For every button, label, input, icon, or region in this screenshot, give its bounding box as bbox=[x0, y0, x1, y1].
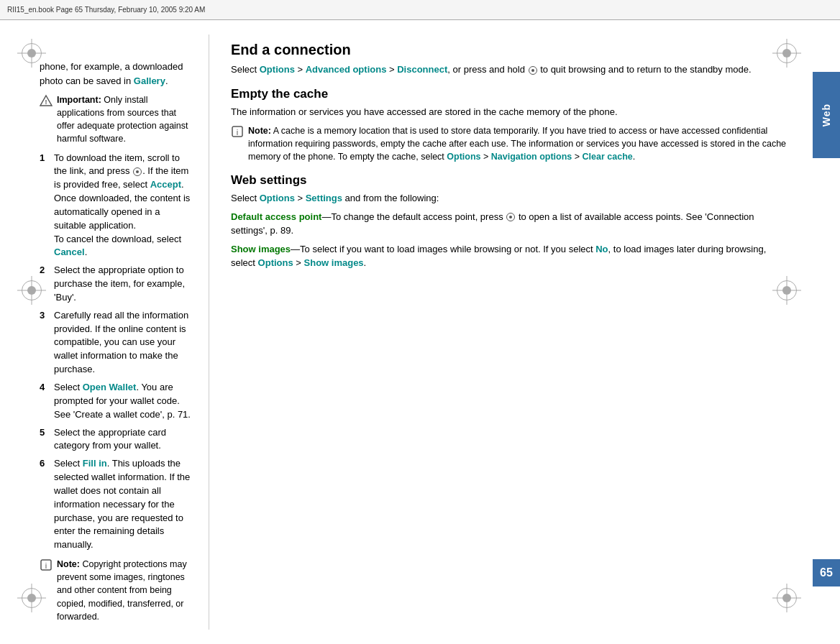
step-num-1: 1 bbox=[40, 152, 50, 260]
step-num-6: 6 bbox=[40, 457, 50, 552]
note-block-copyright: i Note: Copyright protections may preven… bbox=[40, 558, 194, 623]
step-num-5: 5 bbox=[40, 426, 50, 454]
step-1: 1 To download the item, scroll to the li… bbox=[40, 152, 194, 260]
advanced-options-link: Advanced options bbox=[306, 64, 387, 75]
note-text-cache: Note: A cache is a memory location that … bbox=[248, 124, 791, 163]
important-block: ! Important: Only install applications f… bbox=[40, 93, 194, 146]
step-num-2: 2 bbox=[40, 264, 50, 305]
tab-label: Web bbox=[821, 104, 832, 126]
step-num-4: 4 bbox=[40, 381, 50, 422]
left-column: phone, for example, a downloaded photo c… bbox=[0, 20, 209, 644]
step-6-content: Select Fill in. This uploads the selecte… bbox=[54, 457, 194, 552]
empty-cache-text: The information or services you have acc… bbox=[231, 105, 791, 119]
note-icon: i bbox=[40, 558, 52, 571]
default-access-point: Default access point—To change the defau… bbox=[231, 210, 791, 238]
note-block-cache: i Note: A cache is a memory location tha… bbox=[231, 124, 791, 163]
end-button-icon bbox=[529, 66, 537, 75]
no-link: No bbox=[595, 244, 608, 254]
step-6: 6 Select Fill in. This uploads the selec… bbox=[40, 457, 194, 552]
options-link-4: Options bbox=[258, 257, 293, 268]
important-label: Important: bbox=[57, 95, 101, 105]
intro-paragraph: phone, for example, a downloaded photo c… bbox=[40, 60, 194, 88]
show-images-label: Show images bbox=[231, 244, 291, 254]
web-settings-intro: Select Options > Settings and from the f… bbox=[231, 191, 791, 206]
note-text-copyright: Note: Copyright protections may prevent … bbox=[57, 558, 194, 623]
center-button-icon bbox=[133, 167, 142, 176]
web-tab: Web bbox=[813, 72, 840, 158]
fill-in-link: Fill in bbox=[83, 458, 107, 469]
step-3: 3 Carefully read all the information pro… bbox=[40, 309, 194, 377]
step-2-content: Select the appropriate option to purchas… bbox=[54, 264, 194, 305]
step-num-3: 3 bbox=[40, 309, 50, 377]
svg-text:!: ! bbox=[45, 98, 47, 106]
step-5: 5 Select the appropriate card category f… bbox=[40, 426, 194, 454]
header-bar: RII15_en.book Page 65 Thursday, February… bbox=[0, 0, 840, 20]
step-4: 4 Select Open Wallet. You are prompted f… bbox=[40, 381, 194, 422]
step-5-content: Select the appropriate card category fro… bbox=[54, 426, 194, 454]
warning-icon: ! bbox=[40, 94, 52, 107]
options-link-3: Options bbox=[260, 193, 295, 203]
step-3-content: Carefully read all the information provi… bbox=[54, 309, 194, 377]
disconnect-link: Disconnect bbox=[397, 64, 447, 75]
intro-period: . bbox=[165, 75, 168, 86]
empty-cache-heading: Empty the cache bbox=[231, 87, 791, 101]
navigation-options-link: Navigation options bbox=[491, 152, 572, 162]
steps-list: 1 To download the item, scroll to the li… bbox=[40, 152, 194, 553]
step-1-content: To download the item, scroll to the link… bbox=[54, 152, 194, 260]
gallery-link[interactable]: Gallery bbox=[134, 75, 165, 86]
important-text: Important: Only install applications fro… bbox=[57, 93, 194, 146]
options-link-2: Options bbox=[447, 152, 480, 162]
step-2: 2 Select the appropriate option to purch… bbox=[40, 264, 194, 305]
svg-text:i: i bbox=[237, 128, 238, 137]
default-access-point-label: Default access point bbox=[231, 211, 321, 222]
clear-cache-link: Clear cache bbox=[583, 152, 633, 162]
web-settings-heading: Web settings bbox=[231, 173, 791, 188]
end-connection-text: Select Options > Advanced options > Disc… bbox=[231, 63, 791, 77]
header-text: RII15_en.book Page 65 Thursday, February… bbox=[7, 6, 205, 14]
show-images: Show images—To select if you want to loa… bbox=[231, 242, 791, 270]
cancel-link: Cancel bbox=[54, 247, 85, 257]
note-icon-cache: i bbox=[231, 125, 244, 138]
settings-link: Settings bbox=[306, 193, 342, 203]
main-content: phone, for example, a downloaded photo c… bbox=[0, 20, 813, 644]
cache-note-label: Note: bbox=[248, 126, 271, 136]
page-number: 65 bbox=[820, 566, 833, 579]
access-point-button-icon bbox=[506, 213, 515, 221]
options-link-1: Options bbox=[260, 64, 295, 75]
accept-link: Accept bbox=[150, 179, 181, 190]
svg-text:i: i bbox=[45, 561, 47, 570]
show-images-options-link: Show images bbox=[304, 257, 364, 268]
note-label: Note: bbox=[57, 559, 80, 569]
end-connection-heading: End a connection bbox=[231, 42, 791, 58]
page-number-box: 65 bbox=[813, 559, 840, 586]
right-column: End a connection Select Options > Advanc… bbox=[209, 20, 813, 644]
open-wallet-link: Open Wallet bbox=[83, 382, 137, 392]
step-4-content: Select Open Wallet. You are prompted for… bbox=[54, 381, 194, 422]
